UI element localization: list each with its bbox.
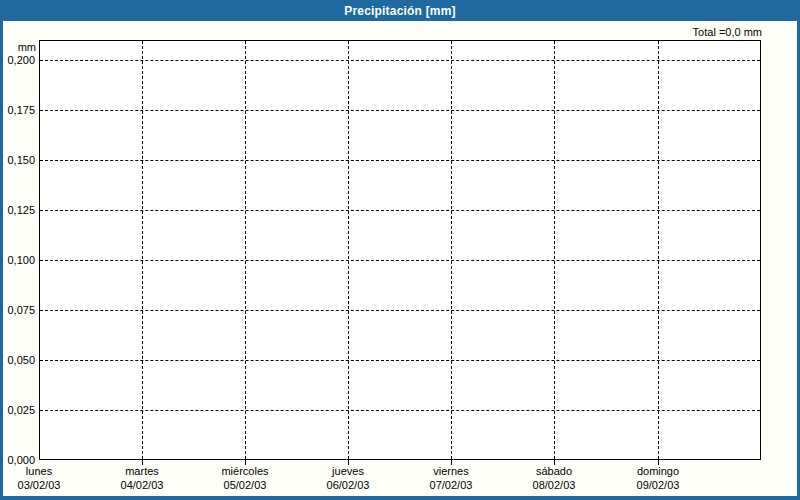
y-tick-label: 0,025 <box>0 404 35 417</box>
total-annotation: Total =0,0 mm <box>562 26 762 38</box>
vgridline-sabado <box>554 41 555 459</box>
y-tick-label: 0,200 <box>0 54 35 67</box>
y-axis-unit-label: mm <box>0 41 36 53</box>
y-tick-label: 0,100 <box>0 254 35 267</box>
day-date: 04/02/03 <box>90 478 194 492</box>
y-tick-label: 0,125 <box>0 204 35 217</box>
vgridline-miercoles <box>245 41 246 459</box>
hgridline-0025 <box>40 410 760 411</box>
y-tick-label: 0,075 <box>0 304 35 317</box>
day-name: sábado <box>502 464 606 478</box>
hgridline-0100 <box>40 260 760 261</box>
y-tick-label: 0,175 <box>0 104 35 117</box>
day-date: 05/02/03 <box>193 478 297 492</box>
hgridline-0050 <box>40 360 760 361</box>
plot-area <box>39 40 761 460</box>
day-date: 08/02/03 <box>502 478 606 492</box>
vgridline-martes <box>142 41 143 459</box>
y-tick-label: 0,150 <box>0 154 35 167</box>
x-category-label: viernes 07/02/03 <box>399 464 503 492</box>
hgridline-0175 <box>40 110 760 111</box>
hgridline-0150 <box>40 160 760 161</box>
precipitation-chart-window: Precipitación [mm] Total =0,0 mm mm 0,20… <box>0 0 800 500</box>
chart-title: Precipitación [mm] <box>344 4 456 18</box>
day-name: jueves <box>296 464 400 478</box>
chart-title-bar: Precipitación [mm] <box>0 0 800 21</box>
day-date: 03/02/03 <box>0 478 91 492</box>
day-name: viernes <box>399 464 503 478</box>
x-category-label: sábado 08/02/03 <box>502 464 606 492</box>
hgridline-0200 <box>40 60 760 61</box>
hgridline-0125 <box>40 210 760 211</box>
x-category-label: domingo 09/02/03 <box>606 464 710 492</box>
day-date: 06/02/03 <box>296 478 400 492</box>
vgridline-jueves <box>348 41 349 459</box>
x-category-label: martes 04/02/03 <box>90 464 194 492</box>
vgridline-viernes <box>451 41 452 459</box>
y-tick-label: 0,050 <box>0 354 35 367</box>
x-category-label: miércoles 05/02/03 <box>193 464 297 492</box>
day-name: domingo <box>606 464 710 478</box>
x-category-label: lunes 03/02/03 <box>0 464 91 492</box>
x-category-label: jueves 06/02/03 <box>296 464 400 492</box>
day-name: miércoles <box>193 464 297 478</box>
vgridline-domingo <box>658 41 659 459</box>
day-name: lunes <box>0 464 91 478</box>
window-frame-bottom <box>0 496 800 500</box>
day-name: martes <box>90 464 194 478</box>
day-date: 09/02/03 <box>606 478 710 492</box>
hgridline-0075 <box>40 310 760 311</box>
day-date: 07/02/03 <box>399 478 503 492</box>
